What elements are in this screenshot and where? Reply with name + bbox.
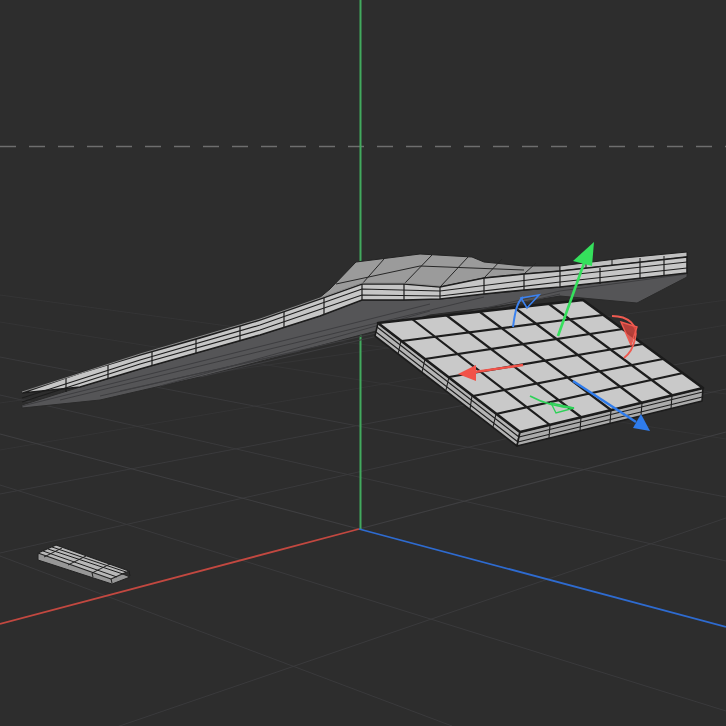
viewport-canvas[interactable]	[0, 0, 726, 726]
